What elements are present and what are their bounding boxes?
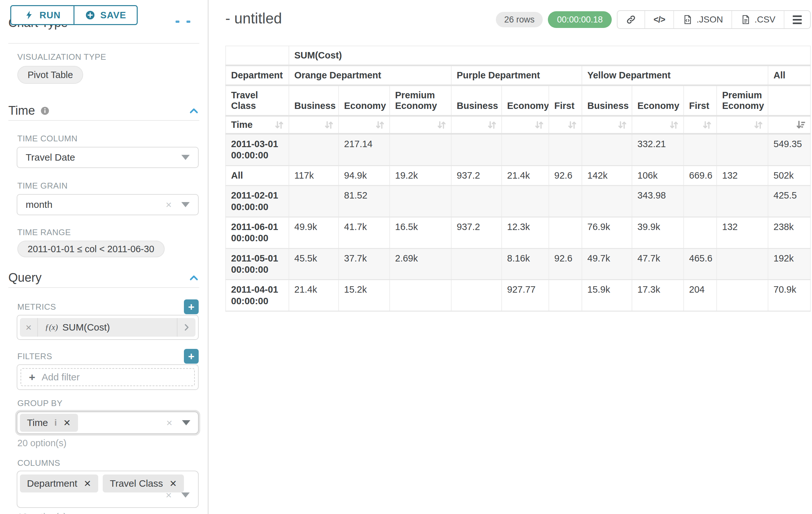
sort-neutral-icon[interactable] [702, 119, 713, 130]
corner-cell [226, 46, 289, 65]
value-cell [451, 134, 502, 166]
value-cell: 465.6 [684, 248, 717, 280]
panel-header: Chart Type RUN SAVE [8, 0, 199, 44]
time-column-select[interactable]: Travel Date [17, 147, 199, 168]
value-cell: 549.35 [768, 134, 810, 166]
dimension-chip[interactable]: Department✕ [20, 475, 98, 492]
select-caret-icon [181, 492, 190, 497]
sort-header-cell[interactable] [717, 116, 768, 134]
metric-expand-icon[interactable] [177, 318, 196, 337]
value-cell: 12.3k [502, 217, 549, 248]
sort-neutral-icon[interactable] [375, 119, 385, 130]
time-range-pill[interactable]: 2011-01-01 ≤ col < 2011-06-30 [17, 241, 165, 257]
sort-header-cell-active[interactable] [768, 116, 810, 134]
row-label-cell: All [226, 165, 289, 185]
metric-function-icon: ƒ(x) [45, 323, 58, 332]
sort-header-row: Time [226, 116, 810, 134]
clipped-toolbar-icons [176, 21, 190, 23]
group-by-select[interactable]: Timei✕ × [17, 411, 199, 434]
sort-header-cell[interactable] [451, 116, 502, 134]
time-range-label: TIME RANGE [17, 227, 199, 237]
metric-chip[interactable]: × ƒ(x) SUM(Cost) [20, 318, 196, 337]
export-json-button[interactable]: .JSON [673, 11, 731, 28]
columns-select[interactable]: Department✕Travel Class✕ × [17, 470, 199, 508]
share-icon [626, 15, 636, 25]
run-icon [24, 10, 34, 20]
row-dimension-sort-cell[interactable]: Time [226, 116, 289, 134]
value-cell [389, 186, 451, 217]
pivot-class-header: First [549, 85, 582, 116]
sort-header-cell[interactable] [582, 116, 632, 134]
value-cell: 937.2 [451, 217, 502, 248]
time-grain-value: month [26, 199, 166, 210]
pivot-group-header: Yellow Department [582, 65, 768, 85]
sort-desc-icon[interactable] [795, 119, 806, 130]
value-cell: 39.9k [632, 217, 684, 248]
sort-header-cell[interactable] [502, 116, 549, 134]
sort-neutral-icon[interactable] [617, 119, 628, 130]
value-cell: 8.16k [502, 248, 549, 280]
save-button-label: SAVE [100, 10, 126, 21]
sort-neutral-icon[interactable] [436, 119, 447, 130]
save-button[interactable]: SAVE [74, 5, 138, 25]
value-cell [717, 248, 768, 280]
info-icon[interactable] [40, 106, 50, 116]
row-label-cell: 2011-02-01 00:00:00 [226, 186, 289, 217]
value-cell: 37.7k [339, 248, 389, 280]
query-collapse-icon[interactable] [188, 272, 199, 283]
dimension-chip[interactable]: Timei✕ [20, 414, 78, 432]
embed-code-button[interactable]: </> [644, 11, 673, 28]
chart-title[interactable]: - untitled [225, 10, 282, 27]
sort-neutral-icon[interactable] [323, 119, 335, 130]
info-icon[interactable]: i [55, 418, 57, 428]
select-caret-icon [181, 202, 190, 207]
chip-label: Department [27, 478, 77, 489]
sort-neutral-icon[interactable] [274, 119, 285, 130]
sub-dimension-label: Travel Class [226, 85, 289, 116]
sort-header-cell[interactable] [632, 116, 684, 134]
pivot-row: 2011-04-01 00:00:0021.4k15.2k927.7715.9k… [226, 280, 810, 311]
remove-chip-icon[interactable]: ✕ [170, 478, 177, 489]
value-cell: 47.7k [632, 248, 684, 280]
clear-icon[interactable]: × [166, 199, 172, 210]
visualization-type-pill[interactable]: Pivot Table [17, 66, 83, 84]
time-grain-select[interactable]: month × [17, 194, 199, 215]
time-collapse-icon[interactable] [188, 105, 199, 116]
sort-header-cell[interactable] [549, 116, 582, 134]
remove-chip-icon[interactable]: ✕ [63, 417, 70, 428]
add-metric-button[interactable]: + [184, 299, 199, 314]
query-timer-badge: 00:00:00.18 [548, 11, 612, 28]
csv-export-icon [741, 15, 751, 25]
more-menu-button[interactable] [784, 11, 810, 28]
sort-neutral-icon[interactable] [753, 119, 764, 130]
remove-metric-icon[interactable]: × [20, 318, 38, 337]
add-filter-button[interactable]: + [184, 349, 199, 364]
pivot-class-header: Business [451, 85, 502, 116]
department-header-row: DepartmentOrange DepartmentPurple Depart… [226, 65, 810, 85]
clear-icon[interactable]: × [166, 417, 172, 428]
run-button[interactable]: RUN [10, 5, 75, 25]
value-cell: 76.9k [582, 217, 632, 248]
sort-header-cell[interactable] [339, 116, 389, 134]
sort-header-cell[interactable] [289, 116, 339, 134]
export-csv-button[interactable]: .CSV [731, 11, 784, 28]
value-cell [717, 186, 768, 217]
remove-chip-icon[interactable]: ✕ [84, 478, 91, 489]
sort-header-cell[interactable] [684, 116, 717, 134]
add-filter-dropzone[interactable]: + Add filter [21, 368, 195, 386]
sort-neutral-icon[interactable] [567, 119, 578, 130]
value-cell [717, 280, 768, 311]
sort-neutral-icon[interactable] [669, 119, 679, 130]
value-cell [549, 280, 582, 311]
sort-neutral-icon[interactable] [487, 119, 497, 130]
sort-header-cell[interactable] [389, 116, 451, 134]
sort-neutral-icon[interactable] [534, 119, 545, 130]
chart-canvas: - untitled 26 rows 00:00:00.18 </> [209, 0, 812, 514]
pivot-group-header: Orange Department [289, 65, 451, 85]
pivot-row: 2011-03-01 00:00:00217.14332.21549.35 [226, 134, 810, 166]
clear-icon[interactable]: × [166, 490, 172, 500]
export-button-group: </> .JSON [617, 10, 811, 29]
share-link-button[interactable] [617, 11, 644, 28]
row-count-badge: 26 rows [496, 12, 543, 27]
value-cell: 92.6 [549, 165, 582, 185]
